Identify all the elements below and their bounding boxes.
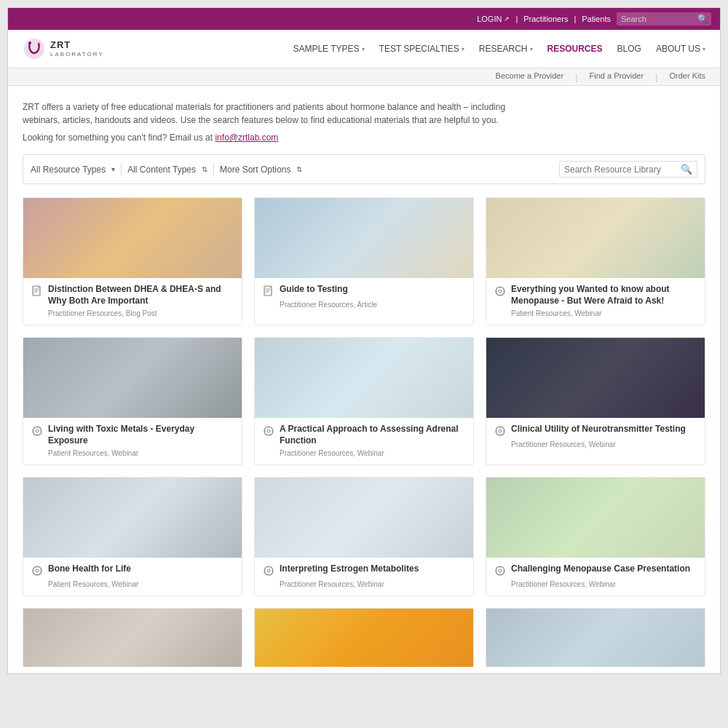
- card-meta: Practitioner Resources, Webinar: [511, 440, 697, 448]
- document-icon: [262, 285, 275, 298]
- svg-point-11: [499, 290, 502, 293]
- card-meta: Practitioner Resources, Webinar: [280, 580, 466, 588]
- card-item[interactable]: Distinction Between DHEA & DHEA-S and Wh…: [23, 197, 242, 325]
- nav-sample-types[interactable]: SAMPLE TYPES ▾: [293, 44, 364, 54]
- top-search-button[interactable]: 🔍: [697, 14, 708, 24]
- card-item[interactable]: Living with Toxic Metals - Everyday Expo…: [23, 337, 242, 465]
- nav-research[interactable]: RESEARCH ▾: [479, 44, 533, 54]
- svg-point-17: [36, 430, 39, 432]
- card-meta: Practitioner Resources, Webinar: [280, 449, 466, 457]
- svg-point-0: [24, 39, 44, 59]
- cards-grid: Distinction Between DHEA & DHEA-S and Wh…: [23, 197, 705, 596]
- webinar-icon: [494, 424, 507, 438]
- resource-search-input[interactable]: [564, 165, 681, 175]
- chevron-down-icon: ⇅: [202, 165, 207, 173]
- practitioners-link[interactable]: Practitioners: [523, 15, 568, 23]
- chevron-down-icon: ⇅: [296, 165, 302, 173]
- card-item-bottom[interactable]: [254, 608, 474, 666]
- card-item[interactable]: Interpreting Estrogen Metabolites Practi…: [254, 477, 474, 596]
- sep1: |: [515, 15, 518, 23]
- filter-divider1: [121, 163, 122, 176]
- resource-type-filter[interactable]: All Resource Types ▾: [31, 165, 115, 175]
- card-item-bottom[interactable]: [23, 608, 242, 666]
- card-item[interactable]: A Practical Approach to Assessing Adrena…: [254, 337, 474, 465]
- chevron-down-icon: ▾: [530, 46, 533, 52]
- webinar-icon: [494, 564, 507, 577]
- login-link[interactable]: LOGIN ↗: [477, 15, 510, 23]
- svg-point-47: [499, 569, 502, 572]
- card-item[interactable]: Guide to Testing Practitioner Resources,…: [254, 197, 474, 325]
- svg-point-1: [28, 41, 31, 44]
- external-link-icon: ↗: [504, 15, 510, 23]
- card-meta: Practitioner Resources, Webinar: [511, 580, 697, 588]
- chevron-down-icon: ▾: [703, 46, 705, 52]
- nav-resources[interactable]: RESOURCES: [547, 44, 603, 54]
- become-provider-link[interactable]: Become a Provider: [496, 71, 564, 82]
- svg-point-23: [267, 430, 270, 432]
- card-meta: Patient Resources, Webinar: [48, 449, 234, 457]
- card-title: Everything you Wanted to know about Meno…: [511, 284, 697, 306]
- patients-link[interactable]: Patients: [582, 15, 611, 23]
- secondary-nav: Become a Provider | Find a Provider | Or…: [8, 68, 720, 86]
- card-item-bottom[interactable]: [486, 608, 705, 666]
- resource-search: 🔍: [559, 161, 697, 178]
- card-meta: Practitioner Resources, Article: [280, 301, 466, 309]
- webinar-icon: [262, 564, 275, 577]
- header: ZRT LABORATORY SAMPLE TYPES ▾ TEST SPECI…: [8, 30, 720, 68]
- document-icon: [31, 285, 44, 298]
- logo-sub: LABORATORY: [50, 51, 104, 58]
- card-image: [23, 338, 242, 418]
- content-area: ZRT offers a variety of free educational…: [8, 86, 720, 673]
- card-title: Interpreting Estrogen Metabolites: [280, 563, 419, 575]
- svg-point-35: [36, 569, 39, 572]
- card-title: Living with Toxic Metals - Everyday Expo…: [48, 424, 234, 446]
- card-item[interactable]: Bone Health for Life Patient Resources, …: [23, 477, 242, 596]
- content-type-filter[interactable]: All Content Types ⇅: [127, 165, 207, 175]
- svg-point-29: [499, 430, 502, 432]
- nav-test-specialties[interactable]: TEST SPECIALTIES ▾: [379, 44, 464, 54]
- card-item[interactable]: Challenging Menopause Case Presentation …: [486, 477, 705, 596]
- card-meta: Practitioner Resources, Blog Post: [48, 309, 234, 317]
- sort-filter[interactable]: More Sort Options ⇅: [220, 165, 302, 175]
- resource-search-button[interactable]: 🔍: [681, 164, 692, 175]
- card-title: A Practical Approach to Assessing Adrena…: [280, 424, 466, 446]
- svg-point-41: [267, 569, 270, 572]
- card-image: [23, 198, 242, 278]
- webinar-icon: [31, 564, 44, 577]
- card-image-bottom: [255, 609, 473, 667]
- main-nav: SAMPLE TYPES ▾ TEST SPECIALTIES ▾ RESEAR…: [293, 44, 705, 54]
- card-meta: Patient Resources, Webinar: [48, 580, 234, 588]
- card-image: [255, 338, 473, 418]
- card-item[interactable]: Everything you Wanted to know about Meno…: [486, 197, 705, 325]
- top-search-wrap: 🔍: [617, 12, 711, 25]
- card-image: [486, 338, 705, 418]
- card-meta: Patient Resources, Webinar: [511, 309, 697, 317]
- chevron-down-icon: ▾: [462, 46, 464, 52]
- card-item[interactable]: Clinical Utility of Neurotransmitter Tes…: [486, 337, 705, 465]
- find-provider-link[interactable]: Find a Provider: [590, 71, 644, 82]
- chevron-down-icon: ▾: [362, 46, 365, 52]
- bottom-cards-row: [23, 608, 705, 666]
- nav-about-us[interactable]: ABOUT US ▾: [656, 44, 705, 54]
- logo-icon: [23, 37, 46, 60]
- email-line: Looking for something you can't find? Em…: [23, 132, 705, 143]
- filter-bar: All Resource Types ▾ All Content Types ⇅…: [23, 154, 705, 184]
- card-image: [255, 478, 473, 558]
- card-title: Distinction Between DHEA & DHEA-S and Wh…: [48, 284, 234, 306]
- card-image: [486, 478, 705, 558]
- card-title: Guide to Testing: [280, 284, 348, 296]
- sep-bar: |: [575, 71, 577, 82]
- card-image: [23, 478, 242, 558]
- card-image: [255, 198, 473, 278]
- order-kits-link[interactable]: Order Kits: [669, 71, 705, 82]
- logo-name: ZRT: [50, 40, 104, 50]
- card-image-bottom: [486, 609, 705, 667]
- logo[interactable]: ZRT LABORATORY: [23, 37, 104, 60]
- email-link[interactable]: info@zrtlab.com: [215, 132, 278, 143]
- card-title: Clinical Utility of Neurotransmitter Tes…: [511, 424, 686, 435]
- nav-blog[interactable]: BLOG: [617, 44, 641, 54]
- card-image-bottom: [23, 609, 242, 667]
- sep2: |: [574, 15, 576, 23]
- intro-paragraph: ZRT offers a variety of free educational…: [23, 100, 532, 127]
- webinar-icon: [262, 424, 275, 438]
